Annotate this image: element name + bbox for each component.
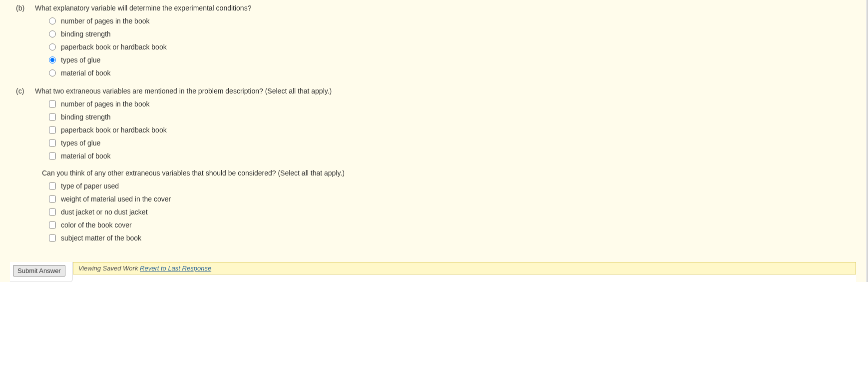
part-b-options: number of pages in the book binding stre… bbox=[16, 17, 856, 77]
part-c-options-1: number of pages in the book binding stre… bbox=[16, 100, 856, 160]
radio-option: binding strength bbox=[49, 30, 856, 38]
part-c-question: What two extraneous variables are mentio… bbox=[35, 87, 332, 95]
radio-option: material of book bbox=[49, 69, 856, 77]
option-label[interactable]: types of glue bbox=[61, 139, 100, 147]
option-label[interactable]: binding strength bbox=[61, 30, 111, 38]
option-label[interactable]: number of pages in the book bbox=[61, 100, 149, 108]
saved-work-bar: Viewing Saved Work Revert to Last Respon… bbox=[73, 262, 856, 274]
radio-material[interactable] bbox=[49, 70, 56, 76]
checkbox-glue[interactable] bbox=[49, 140, 56, 146]
option-label[interactable]: number of pages in the book bbox=[61, 17, 149, 25]
radio-pages[interactable] bbox=[49, 18, 56, 24]
submit-button[interactable]: Submit Answer bbox=[13, 265, 65, 276]
part-c-subquestion: Can you think of any other extraneous va… bbox=[16, 169, 856, 177]
submit-wrapper: Submit Answer bbox=[10, 262, 73, 282]
footer: Submit Answer Viewing Saved Work Revert … bbox=[10, 262, 856, 282]
radio-option: number of pages in the book bbox=[49, 17, 856, 25]
checkbox-option: dust jacket or no dust jacket bbox=[49, 208, 856, 216]
checkbox-weight[interactable] bbox=[49, 196, 56, 202]
part-c-options-2: type of paper used weight of material us… bbox=[16, 182, 856, 242]
checkbox-dust-jacket[interactable] bbox=[49, 208, 56, 216]
checkbox-option: weight of material used in the cover bbox=[49, 195, 856, 203]
part-b: (b) What explanatory variable will deter… bbox=[10, 4, 856, 77]
checkbox-pages[interactable] bbox=[49, 100, 56, 108]
option-label[interactable]: color of the book cover bbox=[61, 221, 132, 229]
checkbox-option: paperback book or hardback book bbox=[49, 126, 856, 134]
radio-paperback[interactable] bbox=[49, 44, 56, 50]
option-label[interactable]: types of glue bbox=[61, 56, 100, 64]
option-label[interactable]: subject matter of the book bbox=[61, 234, 141, 242]
checkbox-option: number of pages in the book bbox=[49, 100, 856, 108]
part-c: (c) What two extraneous variables are me… bbox=[10, 87, 856, 242]
radio-option: types of glue bbox=[49, 56, 856, 64]
option-label[interactable]: binding strength bbox=[61, 113, 111, 121]
saved-work-text: Viewing Saved Work bbox=[78, 264, 140, 272]
option-label[interactable]: material of book bbox=[61, 152, 111, 160]
checkbox-option: binding strength bbox=[49, 113, 856, 121]
option-label[interactable]: dust jacket or no dust jacket bbox=[61, 208, 148, 216]
checkbox-material[interactable] bbox=[49, 152, 56, 160]
radio-option: paperback book or hardback book bbox=[49, 43, 856, 51]
checkbox-subject[interactable] bbox=[49, 234, 56, 242]
checkbox-binding[interactable] bbox=[49, 114, 56, 120]
radio-binding[interactable] bbox=[49, 30, 56, 38]
checkbox-color[interactable] bbox=[49, 222, 56, 228]
part-b-label: (b) bbox=[16, 4, 29, 12]
option-label[interactable]: material of book bbox=[61, 69, 111, 77]
checkbox-paper-type[interactable] bbox=[49, 182, 56, 190]
revert-link[interactable]: Revert to Last Response bbox=[140, 264, 211, 272]
checkbox-paperback[interactable] bbox=[49, 126, 56, 134]
checkbox-option: types of glue bbox=[49, 139, 856, 147]
option-label[interactable]: paperback book or hardback book bbox=[61, 126, 167, 134]
checkbox-option: subject matter of the book bbox=[49, 234, 856, 242]
checkbox-option: type of paper used bbox=[49, 182, 856, 190]
option-label[interactable]: type of paper used bbox=[61, 182, 119, 190]
part-c-label: (c) bbox=[16, 87, 29, 95]
radio-glue[interactable] bbox=[49, 56, 56, 64]
checkbox-option: material of book bbox=[49, 152, 856, 160]
option-label[interactable]: weight of material used in the cover bbox=[61, 195, 171, 203]
checkbox-option: color of the book cover bbox=[49, 221, 856, 229]
option-label[interactable]: paperback book or hardback book bbox=[61, 43, 167, 51]
question-container: (b) What explanatory variable will deter… bbox=[0, 0, 867, 282]
part-b-question: What explanatory variable will determine… bbox=[35, 4, 251, 12]
